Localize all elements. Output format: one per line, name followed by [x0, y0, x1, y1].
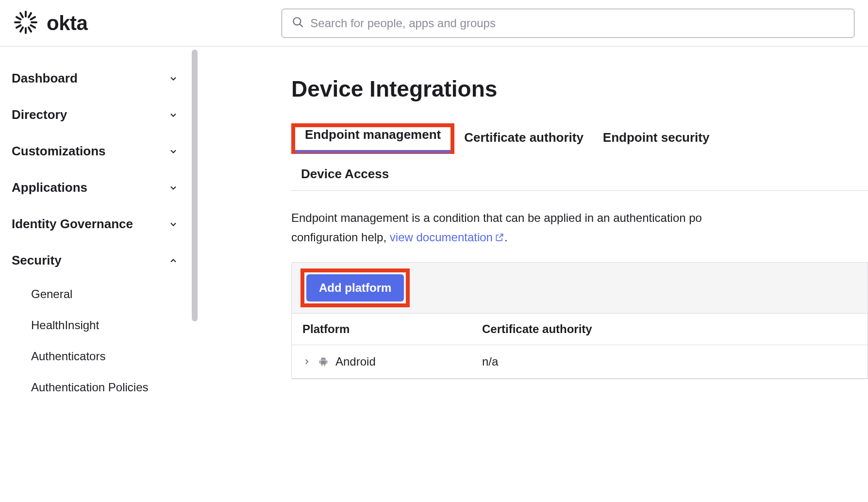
tab-certificate-authority[interactable]: Certificate authority	[454, 123, 593, 154]
sidebar: Dashboard Directory Customizations Appli…	[0, 47, 190, 502]
sidebar-item-label: Applications	[12, 180, 87, 195]
platforms-table: Add platform Platform Certificate author…	[291, 262, 868, 379]
highlight-annotation: Add platform	[300, 268, 410, 307]
sidebar-subitem-healthinsight[interactable]: HealthInsight	[12, 310, 179, 341]
add-platform-button[interactable]: Add platform	[306, 274, 404, 301]
svg-line-10	[17, 17, 21, 19]
sidebar-item-label: Directory	[12, 107, 67, 122]
tab-device-access[interactable]: Device Access	[291, 154, 399, 190]
tab-endpoint-management[interactable]: Endpoint management	[295, 120, 451, 153]
chevron-down-icon	[168, 183, 179, 193]
chevron-right-icon	[302, 357, 311, 366]
sidebar-subitem-authentication-policies[interactable]: Authentication Policies	[12, 372, 179, 403]
column-header-platform: Platform	[302, 322, 482, 336]
sidebar-item-label: Customizations	[12, 144, 106, 159]
svg-line-11	[20, 13, 23, 17]
chevron-down-icon	[168, 219, 179, 230]
certificate-authority-cell: n/a	[482, 355, 857, 368]
svg-line-2	[31, 17, 35, 19]
view-documentation-link[interactable]: view documentation	[390, 231, 504, 244]
search-input[interactable]	[310, 17, 844, 30]
svg-line-1	[29, 13, 31, 17]
chevron-down-icon	[168, 73, 179, 84]
chevron-up-icon	[168, 255, 179, 266]
highlight-annotation: Endpoint management	[291, 123, 454, 154]
svg-line-8	[17, 25, 21, 28]
main-content: Device Integrations Endpoint management …	[199, 47, 868, 502]
sidebar-item-security[interactable]: Security	[12, 242, 179, 279]
search-box[interactable]	[282, 9, 854, 38]
chevron-down-icon	[168, 146, 179, 157]
svg-point-12	[294, 17, 301, 25]
logo-text: okta	[47, 12, 87, 35]
android-icon	[318, 356, 329, 367]
chevron-down-icon	[168, 110, 179, 120]
page-title: Device Integrations	[291, 76, 868, 102]
sidebar-item-identity-governance[interactable]: Identity Governance	[12, 206, 179, 242]
logo-sunburst-icon	[14, 10, 38, 36]
description-text: Endpoint management is a condition that …	[291, 208, 868, 248]
logo[interactable]: okta	[14, 10, 87, 36]
external-link-icon	[495, 229, 504, 248]
table-toolbar: Add platform	[292, 263, 868, 314]
search-icon	[292, 16, 304, 31]
svg-rect-15	[326, 360, 327, 363]
tab-endpoint-security[interactable]: Endpoint security	[593, 123, 719, 154]
sidebar-item-label: Dashboard	[12, 71, 78, 86]
top-bar: okta	[0, 0, 868, 47]
svg-line-5	[29, 27, 31, 32]
table-row[interactable]: Android n/a	[292, 345, 868, 379]
sidebar-item-label: Security	[12, 253, 62, 268]
column-header-certificate-authority: Certificate authority	[482, 322, 857, 336]
svg-line-4	[31, 25, 35, 28]
sidebar-item-directory[interactable]: Directory	[12, 97, 179, 133]
svg-rect-14	[319, 360, 320, 363]
svg-line-7	[20, 27, 23, 32]
sidebar-scrollbar[interactable]	[190, 47, 199, 502]
sidebar-subitem-general[interactable]: General	[12, 279, 179, 310]
tab-bar: Endpoint management Certificate authorit…	[291, 123, 868, 191]
svg-line-13	[300, 24, 303, 27]
sidebar-subitem-authenticators[interactable]: Authenticators	[12, 341, 179, 372]
platform-cell: Android	[335, 355, 376, 368]
table-header: Platform Certificate authority	[292, 314, 868, 345]
sidebar-item-label: Identity Governance	[12, 217, 133, 232]
sidebar-item-dashboard[interactable]: Dashboard	[12, 60, 179, 97]
sidebar-item-applications[interactable]: Applications	[12, 169, 179, 206]
scrollbar-thumb[interactable]	[192, 50, 198, 321]
sidebar-item-customizations[interactable]: Customizations	[12, 133, 179, 169]
